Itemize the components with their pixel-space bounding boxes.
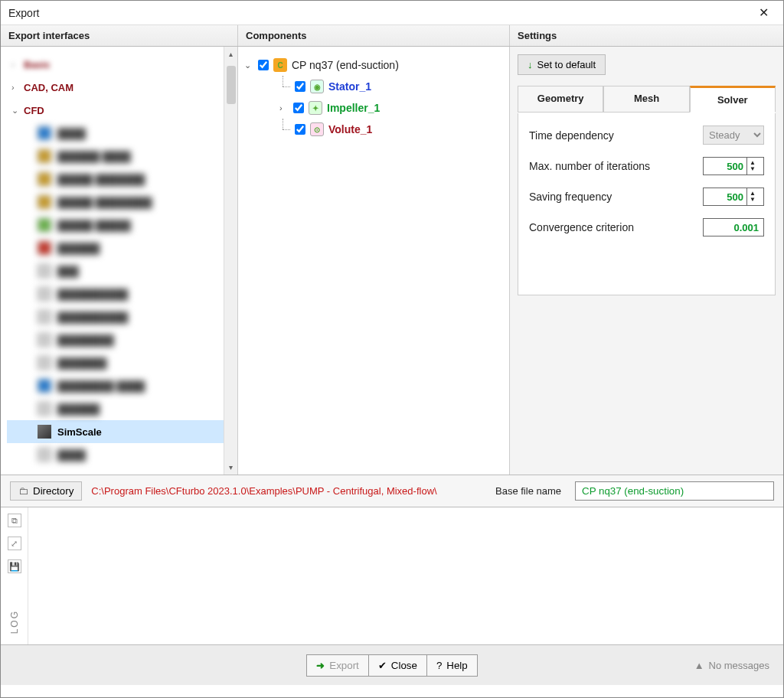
set-default-label: Set to default [537, 59, 596, 70]
chevron-down-icon[interactable]: ⌄ [244, 60, 253, 70]
chevron-right-icon: › [11, 83, 21, 92]
chevron-right-icon[interactable]: › [279, 103, 289, 113]
tab-geometry[interactable]: Geometry [518, 86, 603, 113]
solver-settings-body: Time dependency Steady Max. number of it… [518, 113, 776, 295]
component-root[interactable]: ⌄ C CP nq37 (end-suction) [244, 54, 503, 76]
export-button[interactable]: ➜ Export [306, 654, 369, 677]
panel-settings: ↓ Set to default Geometry Mesh Solver Ti… [510, 47, 783, 475]
spinner-arrows-icon[interactable]: ▲▼ [746, 188, 758, 205]
header-settings: Settings [510, 25, 783, 46]
main-area: › Basic › CAD, CAM ⌄ CFD ████ ██████ ███… [1, 47, 783, 475]
expand-log-icon[interactable]: ⤢ [8, 537, 21, 550]
help-icon: ? [436, 660, 442, 671]
saving-frequency-input[interactable] [704, 191, 746, 203]
component-checkbox[interactable] [295, 124, 305, 135]
row-convergence-criterion: Convergence criterion [529, 218, 764, 236]
footer: ➜ Export ✔ Close ? Help ▲ No messages [1, 645, 783, 685]
row-max-iterations: Max. number of iterations ▲▼ [529, 157, 764, 175]
saving-frequency-spinner[interactable]: ▲▼ [703, 188, 764, 206]
tree-group-label: CFD [24, 105, 44, 116]
panel-components: ⌄ C CP nq37 (end-suction) ◉ Stator_1 › ✦… [238, 47, 510, 475]
window-title: Export [8, 7, 39, 19]
stator-icon: ◉ [310, 80, 324, 93]
max-iterations-input[interactable] [704, 161, 746, 172]
time-dependency-select[interactable]: Steady [703, 126, 764, 145]
directory-path: C:\Program Files\CFturbo 2023.1.0\Exampl… [91, 485, 436, 497]
setting-label: Max. number of iterations [529, 160, 650, 172]
setting-label: Time dependency [529, 129, 614, 142]
messages-toggle[interactable]: ▲ No messages [694, 660, 769, 671]
footer-button-group: ➜ Export ✔ Close ? Help [306, 654, 477, 677]
interface-simscale[interactable]: SimScale [7, 420, 234, 443]
component-label: Stator_1 [328, 80, 371, 93]
check-icon: ✔ [378, 660, 387, 671]
copy-log-icon[interactable]: ⧉ [8, 514, 21, 527]
scroll-up-icon[interactable]: ▴ [229, 50, 233, 58]
tree-group-cad[interactable]: › CAD, CAM [7, 76, 234, 99]
tree-group-basic[interactable]: › Basic [7, 53, 234, 76]
log-content [28, 507, 783, 644]
spinner-arrows-icon[interactable]: ▲▼ [746, 158, 758, 174]
impeller-icon: ✦ [309, 101, 322, 115]
directory-bar: 🗀 Directory C:\Program Files\CFturbo 202… [1, 475, 783, 507]
set-to-default-button[interactable]: ↓ Set to default [518, 54, 606, 75]
directory-label: Directory [33, 485, 74, 497]
component-checkbox[interactable] [293, 103, 304, 113]
chevron-right-icon: › [11, 60, 21, 69]
max-iterations-spinner[interactable]: ▲▼ [703, 157, 764, 175]
log-label: LOG [9, 610, 20, 634]
log-area: ⧉ ⤢ 💾 LOG [1, 507, 783, 645]
tab-solver[interactable]: Solver [690, 86, 776, 113]
component-impeller[interactable]: › ✦ Impeller_1 [244, 97, 503, 119]
row-time-dependency: Time dependency Steady [529, 126, 764, 145]
export-label: Export [329, 660, 359, 671]
chevron-down-icon: ⌄ [11, 106, 21, 116]
header-components: Components [238, 25, 510, 46]
save-log-icon[interactable]: 💾 [8, 559, 21, 573]
messages-label: No messages [709, 660, 769, 671]
panel-interfaces: › Basic › CAD, CAM ⌄ CFD ████ ██████ ███… [1, 47, 238, 475]
tree-group-label: CAD, CAM [24, 82, 74, 93]
component-root-checkbox[interactable] [258, 60, 269, 70]
header-interfaces: Export interfaces [1, 25, 238, 46]
tab-mesh[interactable]: Mesh [603, 86, 689, 113]
component-checkbox[interactable] [295, 81, 305, 92]
column-headers: Export interfaces Components Settings [1, 25, 783, 47]
component-stator[interactable]: ◉ Stator_1 [244, 76, 503, 97]
tree-group-label: Basic [24, 59, 51, 70]
tree-connector-icon [276, 76, 290, 97]
tree-group-cfd[interactable]: ⌄ CFD [7, 99, 234, 122]
base-file-label: Base file name [495, 485, 561, 497]
convergence-criterion-input[interactable] [703, 218, 764, 236]
component-label: Volute_1 [328, 123, 372, 135]
folder-icon: 🗀 [18, 485, 28, 497]
down-arrow-icon: ↓ [528, 59, 533, 70]
project-icon: C [273, 58, 287, 72]
scroll-down-icon[interactable]: ▾ [229, 463, 233, 471]
settings-tabs: Geometry Mesh Solver [518, 86, 776, 113]
titlebar: Export ✕ [1, 1, 783, 25]
directory-button[interactable]: 🗀 Directory [10, 481, 82, 501]
component-volute[interactable]: ⊙ Volute_1 [244, 119, 503, 140]
help-button[interactable]: ? Help [427, 654, 478, 677]
interface-label: SimScale [57, 426, 102, 438]
interfaces-tree: › Basic › CAD, CAM ⌄ CFD ████ ██████ ███… [1, 47, 237, 475]
close-label: Close [391, 660, 417, 671]
setting-label: Convergence criterion [529, 221, 634, 233]
simscale-icon [38, 425, 51, 439]
component-root-label: CP nq37 (end-suction) [292, 59, 399, 71]
tree-connector-icon [276, 119, 290, 140]
volute-icon: ⊙ [310, 122, 324, 136]
chevron-up-icon: ▲ [694, 660, 704, 671]
scrollbar-thumb[interactable] [227, 66, 236, 104]
log-toolbar: ⧉ ⤢ 💾 LOG [1, 507, 28, 644]
component-label: Impeller_1 [327, 102, 380, 114]
close-icon[interactable]: ✕ [751, 5, 776, 20]
close-button[interactable]: ✔ Close [369, 654, 427, 677]
help-label: Help [446, 660, 467, 671]
interfaces-scrollbar[interactable]: ▴ ▾ [224, 47, 237, 475]
setting-label: Saving frequency [529, 191, 612, 203]
row-saving-frequency: Saving frequency ▲▼ [529, 188, 764, 206]
base-file-input[interactable] [575, 481, 774, 501]
export-icon: ➜ [316, 660, 325, 671]
